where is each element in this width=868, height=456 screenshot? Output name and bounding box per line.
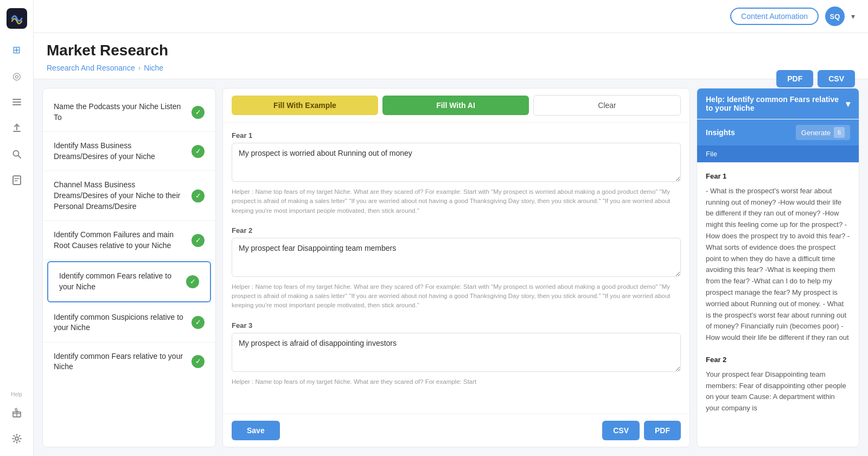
breadcrumb-niche[interactable]: Niche <box>144 64 163 72</box>
page-title: Market Research <box>47 42 855 59</box>
sidebar: ⊞ ◎ Help <box>0 0 34 456</box>
fear-textarea-fear2[interactable]: My prospect fear Disappointing team memb… <box>232 238 681 277</box>
help-header: Help: Identify common Fears relative to … <box>697 88 859 119</box>
nav-item-label: Identify Mass Business Dreams/Desires of… <box>54 141 192 162</box>
fill-ai-button[interactable]: Fill With AI <box>382 96 529 115</box>
middle-form-panel: Fill With Example Fill With AI Clear Fea… <box>222 88 690 447</box>
sidebar-item-upload[interactable] <box>6 117 28 139</box>
clear-button[interactable]: Clear <box>533 95 681 116</box>
nav-item-label: Channel Mass Business Dreams/Desires of … <box>54 180 192 212</box>
insight-body-0: - What is the prospect's worst fear abou… <box>706 186 850 344</box>
nav-item-label: Identify common Fears relative to your N… <box>54 351 192 372</box>
sidebar-item-settings[interactable] <box>6 428 28 449</box>
nav-item-label: Identify Common Failures and main Root C… <box>54 230 192 251</box>
nav-item-label: Name the Podcasts your Niche Listen To <box>54 102 192 123</box>
svg-rect-4 <box>13 131 21 132</box>
insights-bar: Insights Generate 6 <box>697 119 859 145</box>
csv-button-footer[interactable]: CSV <box>602 421 640 440</box>
right-help-panel: Help: Identify common Fears relative to … <box>697 88 859 447</box>
content-area: Name the Podcasts your Niche Listen To ✓… <box>34 79 868 456</box>
fear-label-fear1: Fear 1 <box>232 131 681 140</box>
svg-rect-6 <box>13 176 21 185</box>
help-chevron-icon[interactable]: ▾ <box>846 99 850 109</box>
content-automation-button[interactable]: Content Automation <box>730 8 819 25</box>
footer-right-actions: CSV PDF <box>602 421 681 440</box>
form-toolbar: Fill With Example Fill With AI Clear <box>223 88 690 123</box>
nav-item-check-icon: ✓ <box>192 106 205 119</box>
svg-point-8 <box>15 437 18 440</box>
top-bar: Content Automation SQ ▾ <box>34 0 868 33</box>
svg-rect-1 <box>12 99 21 100</box>
nav-item-label: Identify common Fears relative to your N… <box>59 271 186 292</box>
generate-count-icon: 6 <box>834 127 845 138</box>
breadcrumb-separator: › <box>138 64 141 72</box>
sidebar-item-list[interactable] <box>6 91 28 113</box>
fill-example-button[interactable]: Fill With Example <box>232 96 378 115</box>
insight-body-1: Your prospect fear Disappointing team me… <box>706 369 850 414</box>
fear-textarea-fear3[interactable]: My prospect is afraid of disappointing i… <box>232 333 681 372</box>
save-button[interactable]: Save <box>232 421 280 440</box>
breadcrumb-research[interactable]: Research And Resonance <box>47 64 135 72</box>
fear-block-fear1: Fear 1 My prospect is worried about Runn… <box>232 131 681 216</box>
fear-block-fear2: Fear 2 My prospect fear Disappointing te… <box>232 226 681 311</box>
nav-item-check-icon: ✓ <box>192 145 205 158</box>
fear-label-fear2: Fear 2 <box>232 226 681 235</box>
nav-item-check-icon: ✓ <box>192 316 205 329</box>
form-footer: Save CSV PDF <box>223 414 690 447</box>
fear-block-fear3: Fear 3 My prospect is afraid of disappoi… <box>232 321 681 387</box>
insight-title-0: Fear 1 <box>706 171 850 182</box>
sidebar-item-target[interactable]: ◎ <box>6 65 28 87</box>
svg-rect-3 <box>12 104 21 105</box>
nav-item-label: Identify common Suspicions relative to y… <box>54 312 192 333</box>
insights-content: Fear 1 - What is the prospect's worst fe… <box>697 162 859 447</box>
main-area: Content Automation SQ ▾ Market Research … <box>34 0 868 456</box>
nav-item-common-fears[interactable]: Identify common Fears relative to your N… <box>47 261 211 302</box>
fear-helper-fear3: Helper : Name top fears of my target Nic… <box>232 377 681 387</box>
sidebar-item-search[interactable] <box>6 143 28 165</box>
svg-rect-2 <box>12 102 21 103</box>
nav-item-mass-dreams[interactable]: Identify Mass Business Dreams/Desires of… <box>43 132 215 171</box>
insight-section-1: Fear 2 Your prospect fear Disappointing … <box>706 354 850 414</box>
breadcrumb: Research And Resonance › Niche <box>47 64 855 79</box>
nav-item-check-icon: ✓ <box>192 189 205 202</box>
nav-item-common-suspicions[interactable]: Identify common Suspicions relative to y… <box>43 303 215 343</box>
generate-label: Generate <box>801 129 831 137</box>
account-chevron-icon[interactable]: ▾ <box>851 12 855 21</box>
fear-label-fear3: Fear 3 <box>232 321 681 330</box>
form-content: Fear 1 My prospect is worried about Runn… <box>223 123 690 414</box>
file-tab[interactable]: File <box>697 145 859 162</box>
nav-item-channel-dreams[interactable]: Channel Mass Business Dreams/Desires of … <box>43 171 215 221</box>
fear-helper-fear2: Helper : Name top fears of my target Nic… <box>232 282 681 311</box>
nav-item-common-failures[interactable]: Identify Common Failures and main Root C… <box>43 221 215 260</box>
page-header: Market Research Research And Resonance ›… <box>34 33 868 79</box>
nav-item-check-icon: ✓ <box>186 275 199 288</box>
help-label: Help <box>11 391 22 397</box>
fear-helper-fear1: Helper : Name top fears of my target Nic… <box>232 187 681 216</box>
sidebar-item-gift[interactable] <box>6 402 28 423</box>
insight-section-0: Fear 1 - What is the prospect's worst fe… <box>706 171 850 344</box>
fear-textarea-fear1[interactable]: My prospect is worried about Running out… <box>232 143 681 182</box>
sidebar-item-grid[interactable]: ⊞ <box>6 39 28 61</box>
nav-item-common-excuses[interactable]: Identify common Fears relative to your N… <box>43 343 215 381</box>
top-bar-right: Content Automation SQ ▾ <box>730 7 855 26</box>
left-nav-panel: Name the Podcasts your Niche Listen To ✓… <box>42 88 216 447</box>
avatar[interactable]: SQ <box>825 7 845 26</box>
nav-item-check-icon: ✓ <box>192 234 205 247</box>
insights-label: Insights <box>706 128 735 137</box>
insight-title-1: Fear 2 <box>706 354 850 366</box>
nav-item-check-icon: ✓ <box>192 355 205 368</box>
help-header-text: Help: Identify common Fears relative to … <box>706 95 846 112</box>
generate-button[interactable]: Generate 6 <box>796 125 850 140</box>
logo[interactable] <box>5 7 29 30</box>
pdf-button-footer[interactable]: PDF <box>644 421 681 440</box>
sidebar-item-notes[interactable] <box>6 169 28 191</box>
nav-item-podcasts[interactable]: Name the Podcasts your Niche Listen To ✓ <box>43 93 215 132</box>
